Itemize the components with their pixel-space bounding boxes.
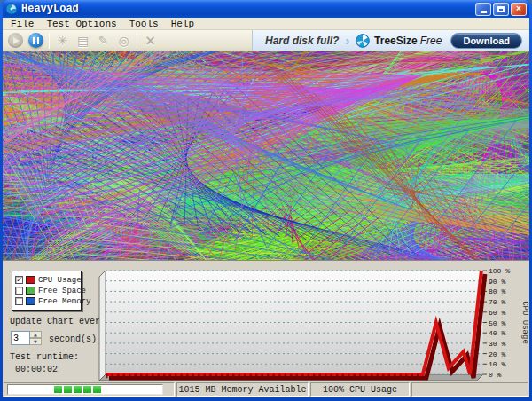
free-space-checkbox[interactable] (15, 287, 23, 295)
free-space-label: Free Space (38, 287, 86, 295)
download-button[interactable]: Download (450, 33, 522, 49)
memory-available-text: 1015 MB Memory Available (178, 385, 306, 395)
treesize-brand-text: TreeSize (374, 35, 418, 47)
disk-stress-icon: ▤ (77, 34, 89, 48)
legend-row-free-space[interactable]: Free Space (15, 286, 78, 295)
cpu-chart: 100 %90 %80 %70 %60 %50 %40 %30 %20 %10 … (97, 261, 529, 382)
svg-text:10 %: 10 % (489, 360, 505, 368)
legend-row-free-memory[interactable]: Free Memory (15, 296, 78, 306)
spinner-up-button[interactable]: ▲ (30, 331, 42, 338)
status-memory-section: 1015 MB Memory Available (176, 382, 309, 397)
banner-prompt-text: Hard disk full? (265, 35, 339, 47)
toolbar-separator (137, 33, 137, 49)
treesize-icon (356, 34, 370, 48)
svg-text:70 %: 70 % (489, 298, 505, 306)
spinner-down-button[interactable]: ▼ (30, 338, 42, 345)
cpu-usage-label: CPU Usage (38, 276, 82, 285)
cpu-usage-text: 100% CPU Usage (323, 385, 397, 395)
progress-block (54, 386, 62, 393)
menu-tools[interactable]: Tools (123, 18, 165, 29)
disk-stress-button[interactable]: ▤ (74, 31, 92, 50)
x-icon: × (145, 33, 156, 49)
cpu-usage-swatch (26, 276, 35, 284)
svg-text:50 %: 50 % (489, 319, 505, 327)
maximize-icon (497, 6, 505, 12)
minimize-button[interactable] (475, 3, 491, 16)
update-interval-input[interactable] (11, 331, 30, 345)
stop-test-button[interactable] (27, 31, 45, 50)
svg-text:30 %: 30 % (489, 340, 505, 348)
progress-block (93, 386, 101, 393)
svg-text:100 %: 100 % (489, 267, 510, 275)
gpu-stress-button[interactable]: ◎ (114, 31, 133, 50)
svg-text:20 %: 20 % (489, 350, 505, 358)
menu-file[interactable]: File (4, 18, 40, 29)
progress-block (83, 386, 91, 393)
progress-indicator (7, 384, 163, 395)
test-runtime-label: Test runtime: (10, 352, 79, 362)
legend-row-cpu-usage[interactable]: ✓ CPU Usage (15, 275, 78, 285)
svg-text:CPU Usage: CPU Usage (520, 301, 529, 344)
free-memory-swatch (26, 297, 35, 305)
fan-icon: ◎ (118, 34, 129, 48)
menu-help[interactable]: Help (165, 18, 200, 29)
status-progress-section (4, 382, 175, 397)
svg-text:60 %: 60 % (489, 309, 505, 317)
stress-pattern-canvas (3, 51, 529, 260)
chart-legend: ✓ CPU Usage Free Space Free Memory (12, 271, 82, 311)
update-chart-label: Update Chart every (10, 317, 106, 326)
toolbar: ✳ ▤ ✎ ◎ × Hard disk full? › TreeSize Fre… (3, 30, 529, 51)
status-empty-section (411, 382, 528, 397)
cpu-stress-icon: ✳ (58, 34, 68, 48)
status-cpu-section: 100% CPU Usage (310, 382, 410, 397)
progress-block (74, 386, 82, 393)
menu-bar: File Test Options Tools Help (3, 18, 529, 30)
free-memory-label: Free Memory (38, 297, 90, 306)
heavyload-window: HeavyLoad × File Test Options Tools Help… (0, 0, 532, 401)
play-icon (8, 33, 23, 48)
app-icon (5, 3, 18, 15)
pause-icon (28, 33, 43, 48)
minimize-icon (481, 11, 487, 13)
svg-text:0 %: 0 % (489, 371, 502, 379)
progress-block (64, 386, 72, 393)
toolbar-separator (49, 33, 50, 49)
test-runtime-value: 00:00:02 (15, 365, 58, 374)
title-bar: HeavyLoad × (3, 0, 529, 18)
free-space-swatch (26, 287, 35, 295)
close-icon: × (516, 4, 521, 13)
abort-button[interactable]: × (141, 31, 160, 50)
cpu-usage-chart: 100 %90 %80 %70 %60 %50 %40 %30 %20 %10 … (97, 261, 529, 382)
start-test-button[interactable] (6, 31, 25, 50)
status-bar: 1015 MB Memory Available 100% CPU Usage (3, 381, 529, 397)
svg-text:40 %: 40 % (489, 329, 505, 337)
update-interval-spinner: ▲ ▼ (11, 331, 42, 345)
close-button[interactable]: × (511, 3, 527, 16)
svg-text:90 %: 90 % (489, 278, 505, 286)
treesize-ad-banner: Hard disk full? › TreeSize Free Download (252, 30, 529, 51)
treesize-free-text: Free (420, 35, 442, 47)
monitor-panel: ✓ CPU Usage Free Space Free Memory Updat… (3, 260, 529, 381)
stress-render-area (3, 51, 529, 260)
memory-stress-icon: ✎ (98, 34, 109, 48)
seconds-unit-label: second(s) (49, 334, 97, 344)
chevron-right-icon: › (345, 34, 349, 48)
maximize-button[interactable] (493, 3, 509, 16)
free-memory-checkbox[interactable] (15, 297, 23, 305)
memory-stress-button[interactable]: ✎ (94, 31, 113, 50)
window-title: HeavyLoad (21, 3, 473, 15)
svg-text:80 %: 80 % (489, 287, 505, 295)
cpu-stress-button[interactable]: ✳ (53, 31, 72, 50)
menu-test-options[interactable]: Test Options (40, 18, 122, 29)
cpu-usage-checkbox[interactable]: ✓ (15, 276, 23, 284)
